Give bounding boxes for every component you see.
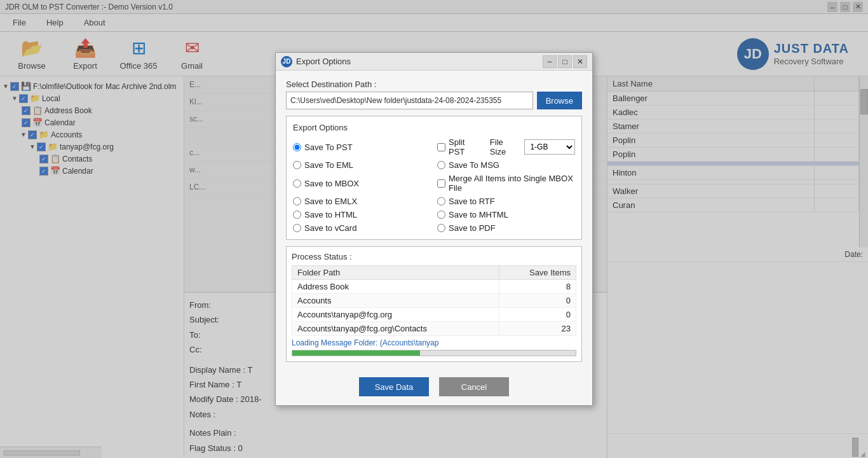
- radio-save-msg[interactable]: [437, 161, 445, 169]
- radio-save-vcard[interactable]: [293, 224, 301, 232]
- option-save-mhtml: Save to MHTML: [437, 210, 575, 219]
- folder-name: Accounts: [292, 294, 499, 308]
- option-save-mbox: Save to MBOX: [293, 174, 431, 193]
- label-split-pst: Split PST: [449, 137, 483, 156]
- radio-save-rtf[interactable]: [437, 197, 445, 205]
- progress-bar-container: [292, 350, 576, 356]
- dialog-maximize-button[interactable]: □: [558, 55, 572, 68]
- progress-bar-fill: [292, 350, 420, 356]
- dialog-title-bar: JD Export Options – □ ✕: [276, 53, 592, 71]
- dialog-controls: – □ ✕: [543, 55, 587, 68]
- check-merge-mbox[interactable]: [437, 179, 445, 188]
- label-save-msg: Save To MSG: [449, 160, 499, 170]
- radio-save-html[interactable]: [293, 211, 301, 219]
- dialog-minimize-button[interactable]: –: [543, 55, 557, 68]
- save-count: 23: [499, 322, 576, 336]
- folder-name: Address Book: [292, 280, 499, 294]
- radio-grid: Save To PST Split PST File Size 1-GB 2-G…: [293, 137, 575, 233]
- process-section: Process Status : Folder Path Save Items …: [286, 246, 582, 362]
- col-save-items: Save Items: [499, 266, 576, 280]
- check-split-pst[interactable]: [437, 143, 445, 151]
- label-save-rtf: Save to RTF: [449, 197, 495, 206]
- path-row: Browse: [286, 92, 582, 109]
- label-save-eml: Save To EML: [304, 160, 353, 170]
- export-options-section: Export Options Save To PST Split PST Fil…: [286, 116, 582, 240]
- save-count: 8: [499, 280, 576, 294]
- split-select[interactable]: 1-GB 2-GB 4-GB: [524, 139, 575, 155]
- process-row: Accounts\tanyap@fcg.org\Contacts 23: [292, 322, 576, 336]
- path-input[interactable]: [286, 92, 533, 109]
- label-save-mbox: Save to MBOX: [304, 179, 359, 188]
- option-save-eml: Save To EML: [293, 160, 431, 170]
- radio-save-emlx[interactable]: [293, 197, 301, 205]
- label-merge-mbox: Merge All Items into Single MBOX File: [449, 174, 575, 193]
- label-file-size: File Size: [490, 137, 522, 156]
- process-row: Address Book 8: [292, 280, 576, 294]
- option-save-html: Save to HTML: [293, 210, 431, 219]
- radio-save-mbox[interactable]: [293, 179, 301, 188]
- status-text: Loading Message Folder: (Accounts\tanyap: [292, 338, 576, 347]
- label-save-pst: Save To PST: [304, 142, 353, 152]
- dialog-body: Select Destination Path : Browse Export …: [276, 71, 592, 371]
- option-save-pst: Save To PST: [293, 137, 431, 156]
- option-save-emlx: Save to EMLX: [293, 197, 431, 206]
- process-row: Accounts\tanyap@fcg.org 0: [292, 308, 576, 322]
- label-save-html: Save to HTML: [304, 210, 357, 219]
- option-save-rtf: Save to RTF: [437, 197, 575, 206]
- destination-section: Select Destination Path : Browse: [286, 80, 582, 109]
- browse-button[interactable]: Browse: [537, 92, 582, 109]
- radio-save-eml[interactable]: [293, 161, 301, 169]
- option-save-vcard: Save to vCard: [293, 223, 431, 233]
- process-row: Accounts 0: [292, 294, 576, 308]
- radio-save-pst[interactable]: [293, 143, 301, 151]
- save-count: 0: [499, 294, 576, 308]
- folder-name: Accounts\tanyap@fcg.org: [292, 308, 499, 322]
- option-save-pdf: Save to PDF: [437, 223, 575, 233]
- radio-save-mhtml[interactable]: [437, 211, 445, 219]
- label-save-vcard: Save to vCard: [304, 223, 356, 233]
- resize-handle[interactable]: ◢: [860, 450, 867, 457]
- label-save-emlx: Save to EMLX: [304, 197, 357, 206]
- dialog-overlay: JD Export Options – □ ✕ Select Destinati…: [0, 0, 868, 458]
- label-save-pdf: Save to PDF: [449, 223, 496, 233]
- dialog-icon: JD: [281, 56, 292, 67]
- save-data-button[interactable]: Save Data: [359, 377, 429, 396]
- process-table: Folder Path Save Items Address Book 8 Ac…: [292, 265, 576, 336]
- destination-label: Select Destination Path :: [286, 80, 582, 89]
- folder-name: Accounts\tanyap@fcg.org\Contacts: [292, 322, 499, 336]
- export-options-dialog: JD Export Options – □ ✕ Select Destinati…: [275, 52, 593, 406]
- dialog-footer: Save Data Cancel: [276, 371, 592, 405]
- label-save-mhtml: Save to MHTML: [449, 210, 508, 219]
- radio-save-pdf[interactable]: [437, 224, 445, 232]
- option-split-pst: Split PST File Size 1-GB 2-GB 4-GB: [437, 137, 575, 156]
- option-merge-mbox: Merge All Items into Single MBOX File: [437, 174, 575, 193]
- cancel-button[interactable]: Cancel: [439, 377, 509, 396]
- dialog-title: JD Export Options: [281, 56, 351, 67]
- col-folder-path: Folder Path: [292, 266, 499, 280]
- dialog-close-button[interactable]: ✕: [573, 55, 587, 68]
- dialog-title-text: Export Options: [296, 57, 351, 66]
- save-count: 0: [499, 308, 576, 322]
- option-save-msg: Save To MSG: [437, 160, 575, 170]
- export-options-label: Export Options: [293, 123, 575, 132]
- process-label: Process Status :: [292, 252, 576, 261]
